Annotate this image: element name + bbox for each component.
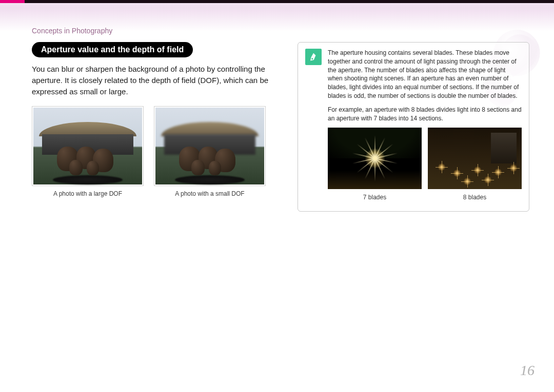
night-photo-8-blades: 8 blades [428, 128, 522, 202]
photo-caption: A photo with a small DOF [154, 190, 266, 197]
night-photo-7-blades: 7 blades [328, 128, 422, 202]
info-content: The aperture housing contains several bl… [328, 49, 522, 202]
photo-frame [154, 106, 266, 186]
info-callout-box: The aperture housing contains several bl… [298, 42, 529, 212]
photo-caption: A photo with a large DOF [32, 190, 144, 197]
night-frame [428, 128, 522, 189]
example-photo-row: A photo with a large DOF A photo with a … [32, 106, 283, 197]
top-accent-magenta [0, 0, 25, 3]
night-photo-row: 7 blades [328, 128, 522, 202]
info-paragraph-2: For example, an aperture with 8 blades d… [328, 106, 522, 123]
night-frame [328, 128, 422, 189]
night-caption: 8 blades [428, 193, 522, 202]
breadcrumb: Concepts in Photography [32, 27, 112, 35]
photo-large-dof: A photo with a large DOF [32, 106, 144, 197]
photo-small-dof: A photo with a small DOF [154, 106, 266, 197]
page-content: Aperture value and the depth of field Yo… [32, 42, 529, 212]
photo-frame [32, 106, 144, 186]
right-column: The aperture housing contains several bl… [298, 42, 529, 212]
page-number: 16 [520, 362, 535, 379]
night-caption: 7 blades [328, 193, 422, 202]
pen-nib-icon [305, 49, 322, 65]
body-paragraph: You can blur or sharpen the background o… [32, 64, 283, 97]
info-paragraph-1: The aperture housing contains several bl… [328, 49, 522, 100]
top-bar [0, 0, 554, 3]
section-heading: Aperture value and the depth of field [32, 42, 193, 57]
left-column: Aperture value and the depth of field Yo… [32, 42, 283, 212]
